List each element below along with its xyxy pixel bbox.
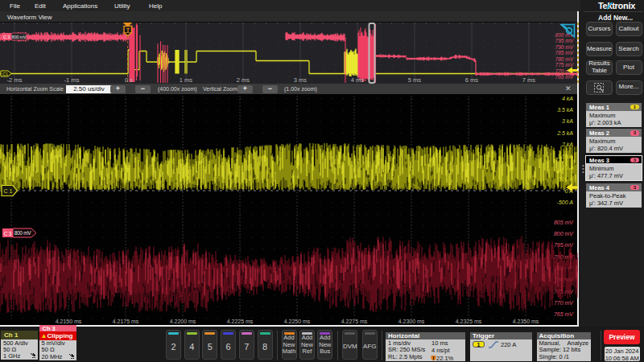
svg-text:1 ms: 1 ms — [180, 76, 193, 84]
svg-text:7 ms: 7 ms — [522, 76, 536, 84]
svg-text:770 mV: 770 mV — [554, 300, 574, 306]
svg-text:4.2350 ms: 4.2350 ms — [513, 319, 539, 324]
svg-text:805 mV: 805 mV — [554, 220, 574, 225]
svg-text:-1 ms: -1 ms — [64, 76, 80, 84]
svg-text:800 mV: 800 mV — [12, 35, 27, 39]
svg-text:T: T — [126, 27, 130, 33]
svg-text:3 kA: 3 kA — [562, 118, 573, 124]
svg-text:0 s: 0 s — [125, 76, 133, 84]
svg-text:785 mV: 785 mV — [555, 50, 574, 56]
svg-text:4.2150 ms: 4.2150 ms — [56, 319, 82, 324]
svg-text:4 kA: 4 kA — [562, 96, 573, 101]
svg-text:2 kA: 2 kA — [561, 142, 573, 147]
svg-text:4.2325 ms: 4.2325 ms — [456, 319, 482, 324]
svg-text:790 mV: 790 mV — [555, 44, 574, 50]
svg-text:6 ms: 6 ms — [465, 76, 479, 84]
svg-text:2 ms: 2 ms — [237, 76, 250, 84]
svg-text:2.5 kA: 2.5 kA — [556, 130, 573, 136]
svg-text:800 mV: 800 mV — [554, 231, 574, 237]
svg-text:765 mV: 765 mV — [555, 74, 574, 80]
svg-text:4.2200 ms: 4.2200 ms — [170, 319, 196, 324]
svg-text:3.5 kA: 3.5 kA — [557, 107, 573, 113]
svg-text:775 mV: 775 mV — [555, 62, 574, 68]
svg-text:4.2225 ms: 4.2225 ms — [227, 319, 254, 324]
svg-text:C 3: C 3 — [4, 231, 12, 237]
svg-text:C1: C1 — [2, 72, 8, 76]
svg-text:795 mV: 795 mV — [555, 38, 574, 43]
svg-text:3 ms: 3 ms — [294, 76, 308, 84]
svg-text:5 ms: 5 ms — [408, 76, 422, 84]
svg-text:4 ms: 4 ms — [351, 76, 365, 84]
svg-text:C 1: C 1 — [4, 188, 13, 194]
svg-text:-500 A: -500 A — [557, 200, 574, 205]
svg-text:800 mV: 800 mV — [14, 230, 32, 236]
svg-text:C 3: C 3 — [3, 35, 11, 39]
svg-text:-2 ms: -2 ms — [7, 76, 23, 84]
svg-text:765 mV: 765 mV — [554, 311, 574, 317]
svg-text:4.2275 ms: 4.2275 ms — [341, 319, 368, 324]
svg-text:4.2175 ms: 4.2175 ms — [113, 319, 139, 324]
svg-text:4.2300 ms: 4.2300 ms — [398, 319, 425, 324]
svg-text:4.2250 ms: 4.2250 ms — [284, 319, 311, 324]
svg-text:780 mV: 780 mV — [555, 56, 574, 62]
